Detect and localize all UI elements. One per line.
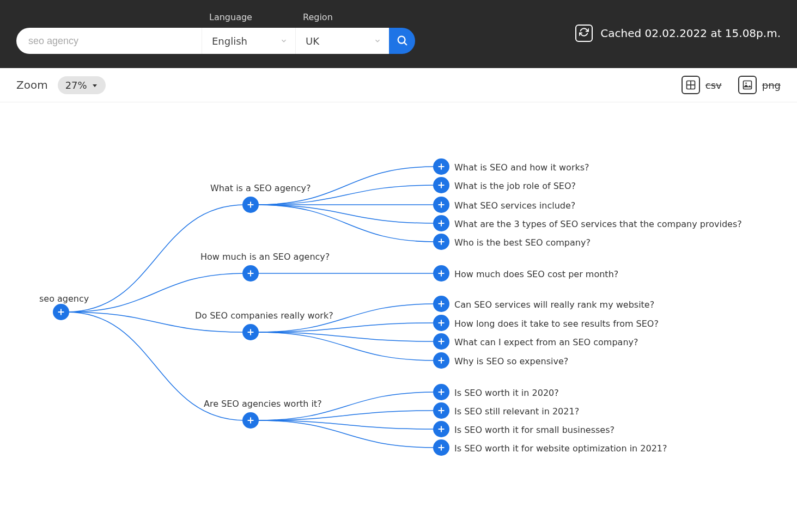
plus-icon [437, 388, 446, 396]
branch-node-2-label: Do SEO companies really work? [195, 310, 333, 321]
leaf-node-3-0-label: Is SEO worth it in 2020? [454, 388, 559, 398]
cache-text: Cached 02.02.2022 at 15.08p.m. [600, 27, 781, 40]
leaf-node-2-2-label: What can I expect from an SEO company? [454, 337, 638, 347]
zoom-label: Zoom [16, 78, 48, 91]
leaf-node-0-4[interactable] [433, 234, 449, 250]
grid-icon [682, 76, 700, 94]
mindmap-canvas[interactable]: seo agencyWhat is a SEO agency?What is S… [0, 102, 797, 516]
cache-info: Cached 02.02.2022 at 15.08p.m. [575, 25, 781, 42]
leaf-node-3-0[interactable] [433, 384, 449, 400]
language-field: Language English [202, 12, 295, 54]
svg-rect-6 [743, 81, 751, 89]
region-select[interactable]: UK [295, 28, 389, 54]
search-button[interactable] [389, 28, 415, 54]
leaf-node-0-1[interactable] [433, 177, 449, 193]
plus-icon [437, 406, 446, 415]
plus-icon [437, 237, 446, 246]
chevron-down-icon [280, 35, 288, 47]
plus-icon [246, 200, 255, 209]
plus-icon [437, 319, 446, 327]
leaf-node-2-3[interactable] [433, 352, 449, 369]
toolbar: Zoom 27% csv png [0, 68, 797, 102]
leaf-node-0-0[interactable] [433, 158, 449, 175]
plus-icon [437, 299, 446, 308]
leaf-node-3-3[interactable] [433, 439, 449, 456]
plus-icon [437, 219, 446, 228]
leaf-node-0-2[interactable] [433, 197, 449, 213]
region-field: Region UK [295, 12, 389, 54]
root-node-label: seo agency [39, 293, 89, 304]
leaf-node-1-0[interactable] [433, 265, 449, 282]
region-label: Region [303, 12, 389, 22]
branch-node-2[interactable] [242, 324, 259, 340]
leaf-node-2-0[interactable] [433, 296, 449, 312]
leaf-node-3-3-label: Is SEO worth it for website optimization… [454, 443, 667, 454]
image-icon [738, 76, 757, 94]
refresh-icon [579, 27, 589, 40]
search-icon [396, 34, 408, 48]
plus-icon [437, 443, 446, 452]
leaf-node-3-1-label: Is SEO still relevant in 2021? [454, 406, 579, 417]
svg-line-1 [404, 42, 406, 45]
plus-icon [246, 328, 255, 337]
plus-icon [246, 269, 255, 278]
branch-node-0-label: What is a SEO agency? [210, 183, 311, 193]
png-label: png [762, 80, 781, 91]
root-node[interactable] [53, 304, 69, 320]
language-select[interactable]: English [202, 28, 295, 54]
plus-icon [246, 416, 255, 425]
language-label: Language [209, 12, 295, 22]
chevron-down-icon [374, 35, 381, 47]
branch-node-1[interactable] [242, 265, 259, 282]
export-csv[interactable]: csv [682, 76, 722, 94]
region-value: UK [306, 35, 319, 47]
zoom-value: 27% [65, 80, 87, 91]
leaf-node-3-2[interactable] [433, 421, 449, 437]
leaf-node-0-0-label: What is SEO and how it works? [454, 162, 589, 173]
leaf-node-0-2-label: What SEO services include? [454, 200, 575, 211]
header-bar: Language English Region UK [0, 0, 797, 68]
branch-node-0[interactable] [242, 197, 259, 213]
plus-icon [57, 308, 65, 316]
language-value: English [212, 35, 247, 47]
plus-icon [437, 425, 446, 433]
zoom-dropdown[interactable]: 27% [58, 76, 106, 94]
leaf-node-2-3-label: Why is SEO so expensive? [454, 356, 568, 366]
leaf-node-3-1[interactable] [433, 402, 449, 419]
leaf-node-2-1[interactable] [433, 315, 449, 331]
plus-icon [437, 181, 446, 189]
export-png[interactable]: png [738, 76, 781, 94]
leaf-node-0-1-label: What is the job role of SEO? [454, 181, 576, 191]
plus-icon [437, 200, 446, 209]
search-input[interactable] [16, 28, 202, 54]
leaf-node-2-0-label: Can SEO services will really rank my web… [454, 299, 654, 310]
csv-label: csv [705, 80, 722, 91]
branch-node-3-label: Are SEO agencies worth it? [204, 399, 322, 409]
leaf-node-2-1-label: How long does it take to see results fro… [454, 319, 659, 329]
branch-node-3[interactable] [242, 412, 259, 429]
svg-marker-2 [93, 84, 97, 87]
leaf-node-0-4-label: Who is the best SEO company? [454, 237, 591, 248]
plus-icon [437, 162, 446, 171]
leaf-node-0-3-label: What are the 3 types of SEO services tha… [454, 219, 742, 229]
branch-node-1-label: How much is an SEO agency? [200, 252, 330, 262]
refresh-button[interactable] [575, 25, 593, 42]
plus-icon [437, 337, 446, 346]
caret-down-icon [92, 80, 98, 91]
leaf-node-1-0-label: How much does SEO cost per month? [454, 269, 618, 279]
search-wrap: Language English Region UK [16, 12, 415, 54]
plus-icon [437, 356, 446, 365]
plus-icon [437, 269, 446, 278]
leaf-node-0-3[interactable] [433, 215, 449, 231]
svg-point-7 [745, 82, 747, 84]
leaf-node-3-2-label: Is SEO worth it for small businesses? [454, 425, 615, 435]
leaf-node-2-2[interactable] [433, 333, 449, 350]
